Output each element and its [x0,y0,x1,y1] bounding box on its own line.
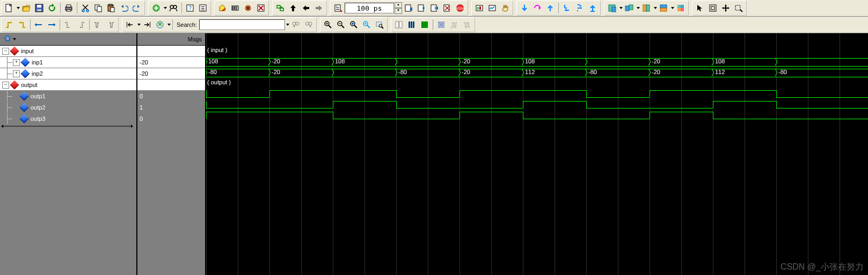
l1-icon[interactable] [606,2,618,14]
info-icon[interactable] [197,2,209,14]
open-icon[interactable] [20,2,32,14]
refresh-icon[interactable] [46,2,58,14]
new-icon[interactable] [3,2,15,14]
signal-row-inp1[interactable]: +inp1 [0,57,136,68]
disp3-icon[interactable] [419,19,431,31]
signal-row-output[interactable]: −output [0,79,136,91]
dropdown-icon[interactable] [286,24,289,26]
dropdown-icon[interactable] [654,7,657,9]
right-arrow-icon[interactable] [313,2,325,14]
dropdown-icon[interactable] [671,7,674,9]
l4-icon[interactable] [658,2,669,14]
expand-icon[interactable]: + [13,59,20,66]
find-icon[interactable] [167,2,179,14]
select-icon[interactable] [707,2,719,14]
l2-icon[interactable] [623,2,635,14]
break-icon[interactable] [242,2,254,14]
zoom-rect-icon[interactable] [733,2,745,14]
up-arrow-icon[interactable] [287,2,299,14]
file-group [1,1,145,16]
search-next-icon[interactable] [303,19,315,31]
signal-row-input[interactable]: −input [0,46,136,57]
zoom-out-icon[interactable] [335,19,347,31]
spin-up-icon[interactable]: ▲ [395,2,402,8]
rising-prev-icon[interactable] [3,19,15,31]
signal-row-inp2[interactable]: +inp2 [0,68,136,79]
help-icon[interactable]: ? [184,2,196,14]
rising-next-icon[interactable] [16,19,28,31]
undo-icon[interactable] [118,2,130,14]
left-arrow-icon[interactable] [300,2,312,14]
stop-icon[interactable] [255,2,267,14]
disp4-icon[interactable] [435,19,447,31]
step-down-icon[interactable] [519,2,530,14]
collapse-icon[interactable]: − [2,82,9,89]
zoom-cursor-icon[interactable] [361,19,373,31]
disp5-icon[interactable] [448,19,460,31]
signal-row-outp3[interactable]: outp3 [0,113,136,125]
disp1-icon[interactable] [393,19,405,31]
step-up-icon[interactable] [544,2,556,14]
l5-icon[interactable] [675,2,687,14]
copy-icon[interactable] [92,2,104,14]
dropdown-icon[interactable] [167,24,171,26]
sim-icon[interactable] [229,2,241,14]
zoom-region-icon[interactable] [374,19,385,31]
waveform-pane[interactable]: ( input )108-20108-20108-20108-80-20-80-… [206,33,868,275]
runlen-icon[interactable] [332,2,344,14]
pointer-icon[interactable] [694,2,706,14]
cut-icon[interactable] [79,2,91,14]
search-input[interactable] [199,19,285,30]
falling-prev-icon[interactable] [62,19,74,31]
disp2-icon[interactable] [406,19,418,31]
expand-icon[interactable]: + [13,70,20,77]
win1-icon[interactable] [473,2,485,14]
paste-icon[interactable] [105,2,117,14]
stop2-icon[interactable]: STOP [454,2,466,14]
redo-icon[interactable] [131,2,143,14]
collapse-icon[interactable]: − [2,48,9,55]
signal-row-outp2[interactable]: outp2 [0,102,136,113]
falling-next-icon[interactable] [75,19,87,31]
continue-icon[interactable] [428,2,440,14]
spin-down-icon[interactable]: ▼ [395,8,402,14]
any-prev-icon[interactable] [92,19,104,31]
edge-right-icon[interactable] [46,19,57,31]
msg-row: 1 [137,102,205,113]
any-next-icon[interactable] [105,19,116,31]
dropdown-icon[interactable] [619,7,623,9]
edge-left-icon[interactable] [33,19,45,31]
dropdown-icon[interactable] [17,7,20,9]
hand-icon[interactable] [499,2,511,14]
collapse-icon[interactable] [124,19,136,31]
dropdown-icon[interactable] [13,38,16,40]
time-input[interactable] [345,3,394,13]
add-icon[interactable] [150,2,162,14]
zoom-in-icon[interactable] [322,19,334,31]
filter-icon[interactable] [154,19,166,31]
link-icon[interactable] [274,2,286,14]
win2-icon[interactable] [486,2,498,14]
step-return-icon[interactable] [587,2,599,14]
step-over-icon[interactable] [531,2,543,14]
break2-icon[interactable] [441,2,453,14]
run-icon[interactable] [403,2,414,14]
compile-icon[interactable] [216,2,228,14]
signal-row-outp1[interactable]: outp1 [0,91,136,102]
expand-icon[interactable] [141,19,153,31]
disp6-icon[interactable] [461,19,473,31]
dropdown-icon[interactable] [164,7,167,9]
print-icon[interactable] [63,2,75,14]
dropdown-icon[interactable] [137,24,141,26]
step-out-icon[interactable] [574,2,586,14]
l3-icon[interactable] [640,2,652,14]
run-all-icon[interactable] [415,2,427,14]
zoom-full-icon[interactable] [348,19,360,31]
step-into-icon[interactable] [561,2,573,14]
dropdown-icon[interactable] [637,7,640,9]
svg-rect-6 [67,10,71,11]
move-icon[interactable] [720,2,732,14]
save-icon[interactable] [33,2,45,14]
search-prev-icon[interactable] [290,19,302,31]
divider-handle[interactable] [0,125,136,128]
